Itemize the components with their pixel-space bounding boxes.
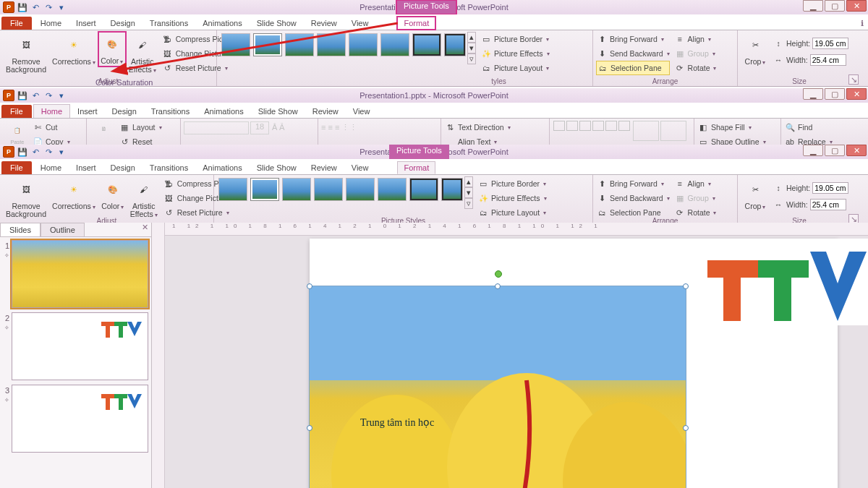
tab-home[interactable]: Home (33, 17, 69, 30)
tab-format-1[interactable]: Format (397, 17, 435, 30)
close-button[interactable]: ✕ (846, 145, 867, 156)
gallery-more-icon[interactable]: ▿ (467, 53, 476, 64)
style-thumb[interactable] (441, 178, 463, 201)
style-thumb[interactable] (250, 178, 279, 201)
tab-transitions[interactable]: Transitions (144, 105, 197, 118)
crop-button[interactable]: ✂Crop▾ (741, 176, 770, 213)
tab-slideshow[interactable]: Slide Show (250, 17, 304, 30)
gallery-down-icon[interactable]: ▾ (464, 187, 473, 198)
find-button[interactable]: 🔍Find (784, 120, 833, 134)
selection-pane-button-hl[interactable]: 🗂Selection Pane (596, 61, 670, 75)
slide-thumb-1[interactable]: 1✧ (3, 240, 148, 308)
width-input[interactable] (810, 199, 846, 210)
style-thumb[interactable] (218, 178, 247, 201)
selected-picture[interactable]: Trung tâm tin học (310, 286, 686, 488)
tab-view[interactable]: View (344, 161, 376, 174)
app-icon[interactable]: P (3, 90, 14, 101)
tab-transitions[interactable]: Transitions (142, 161, 195, 174)
style-thumb[interactable] (282, 178, 311, 201)
tab-review[interactable]: Review (305, 105, 346, 118)
gallery-more-icon[interactable]: ▿ (464, 198, 473, 209)
close-button[interactable]: ✕ (846, 88, 867, 100)
size-dialog-launcher[interactable]: ↘ (848, 74, 859, 85)
align-button[interactable]: ≡Align▾ (674, 176, 717, 191)
layout-button[interactable]: ▦Layout▾ (119, 120, 162, 134)
crop-button[interactable]: ✂ Crop▾ (741, 32, 770, 68)
close-button[interactable]: ✕ (846, 0, 867, 12)
resize-handle[interactable] (683, 283, 689, 289)
tab-view[interactable]: View (344, 17, 376, 30)
tab-slideshow[interactable]: Slide Show (250, 161, 304, 174)
picture-effects-button[interactable]: ✨Picture Effects▾ (480, 46, 550, 61)
align-button[interactable]: ≡Align▾ (674, 32, 717, 46)
tab-design[interactable]: Design (103, 17, 142, 30)
gallery-up-icon[interactable]: ▴ (467, 32, 476, 43)
redo-icon[interactable]: ↷ (43, 90, 54, 100)
file-tab[interactable]: File (1, 17, 32, 30)
style-thumb[interactable] (317, 33, 346, 56)
maximize-button[interactable]: ▢ (825, 0, 845, 12)
tab-format-3[interactable]: Format (397, 161, 435, 174)
corrections-button[interactable]: ☀Corrections▾ (49, 176, 98, 213)
color-button[interactable]: 🎨Color▾ (98, 176, 127, 213)
picture-border-button[interactable]: ▭Picture Border▾ (477, 176, 547, 191)
close-pane-icon[interactable]: ✕ (138, 223, 151, 236)
corrections-button[interactable]: ☀ Corrections▾ (49, 32, 98, 68)
resize-handle[interactable] (307, 283, 312, 289)
tab-design[interactable]: Design (103, 161, 142, 174)
tab-insert[interactable]: Insert (70, 105, 105, 118)
qat-more-icon[interactable]: ▾ (56, 90, 67, 100)
rotate-handle[interactable] (495, 270, 502, 278)
maximize-button[interactable]: ▢ (825, 88, 845, 100)
style-thumb[interactable] (346, 178, 375, 201)
style-thumb[interactable] (314, 178, 343, 201)
app-icon[interactable]: P (3, 146, 14, 158)
slide-thumb-3[interactable]: 3✧ (3, 385, 148, 453)
undo-icon[interactable]: ↶ (30, 90, 41, 100)
style-thumb[interactable] (349, 33, 378, 56)
resize-handle[interactable] (683, 425, 689, 431)
bring-forward-button[interactable]: ⬆Bring Forward▾ (596, 176, 670, 191)
picture-layout-button[interactable]: 🗂Picture Layout▾ (480, 61, 550, 75)
remove-background-button[interactable]: 🖼 Remove Background (3, 32, 49, 75)
tab-animations[interactable]: Animations (195, 161, 249, 174)
outline-tab[interactable]: Outline (41, 223, 85, 236)
style-thumb[interactable] (221, 33, 250, 56)
qat-more-icon[interactable]: ▾ (56, 2, 67, 12)
slides-tab[interactable]: Slides (0, 223, 41, 236)
tab-home[interactable]: Home (33, 161, 69, 174)
arrange-big[interactable] (633, 121, 659, 141)
qat-more-icon[interactable]: ▾ (56, 147, 67, 157)
save-icon[interactable]: 💾 (17, 147, 27, 157)
send-backward-button[interactable]: ⬇Send Backward▾ (596, 46, 670, 61)
file-tab[interactable]: File (1, 161, 32, 174)
style-thumb[interactable] (253, 33, 282, 56)
tab-review[interactable]: Review (304, 17, 344, 30)
save-icon[interactable]: 💾 (17, 90, 27, 100)
color-button-highlighted[interactable]: 🎨 Color▾ (98, 32, 126, 67)
remove-background-button[interactable]: 🖼Remove Background (3, 176, 49, 220)
picture-effects-button[interactable]: ✨Picture Effects▾ (477, 191, 547, 205)
help-icon[interactable]: ℹ (861, 19, 864, 28)
slide-thumb-2[interactable]: 2✧ (3, 312, 148, 380)
height-input[interactable] (812, 182, 848, 194)
send-backward-button[interactable]: ⬇Send Backward▾ (596, 191, 670, 205)
tab-transitions[interactable]: Transitions (142, 17, 195, 30)
maximize-button[interactable]: ▢ (825, 145, 845, 156)
minimize-button[interactable]: ▁ (803, 88, 823, 100)
canvas[interactable]: 1 12 1 10 1 8 1 6 1 4 1 2 1 0 1 2 1 4 1 … (165, 223, 868, 488)
tab-slideshow[interactable]: Slide Show (251, 105, 305, 118)
minimize-button[interactable]: ▁ (803, 145, 823, 156)
paste-button[interactable]: 📋Paste (7, 121, 27, 145)
style-thumb[interactable] (444, 33, 466, 56)
bring-forward-button[interactable]: ⬆Bring Forward▾ (596, 32, 670, 46)
gallery-up-icon[interactable]: ▴ (464, 176, 473, 187)
picture-border-button[interactable]: ▭Picture Border▾ (480, 32, 550, 46)
tab-animations[interactable]: Animations (197, 105, 250, 118)
undo-icon[interactable]: ↶ (30, 2, 41, 12)
style-thumb[interactable] (412, 33, 441, 56)
tab-home-active[interactable]: Home (33, 104, 70, 118)
redo-icon[interactable]: ↷ (43, 2, 54, 12)
undo-icon[interactable]: ↶ (30, 147, 41, 157)
tab-insert[interactable]: Insert (69, 17, 103, 30)
